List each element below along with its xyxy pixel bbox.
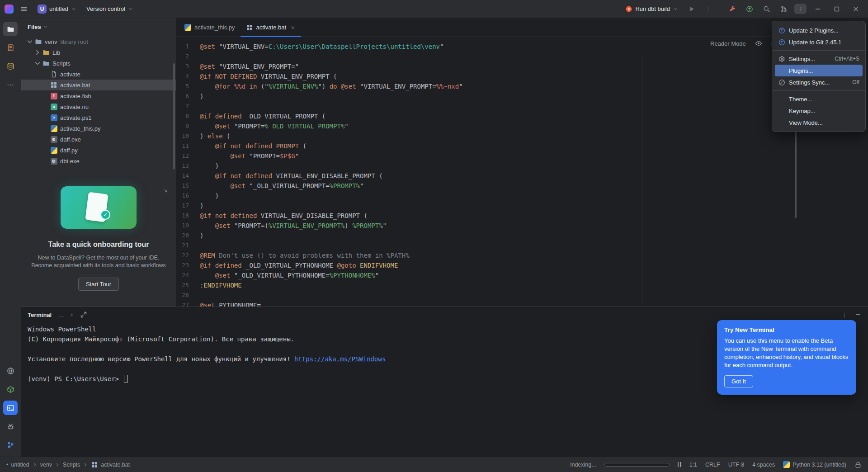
file-icon (50, 71, 57, 78)
tree-item-daff-py[interactable]: daff.py (21, 145, 176, 156)
menu-item-settings[interactable]: Settings...Ctrl+Alt+S (775, 53, 863, 65)
tab-activate-this-py[interactable]: activate_this.py (179, 18, 241, 37)
hide-terminal-icon[interactable] (854, 311, 862, 318)
pull-requests-icon[interactable] (777, 3, 791, 15)
terminal-tab[interactable]: Terminal (28, 312, 52, 318)
menu-item-theme[interactable]: Theme... (775, 93, 863, 105)
breadcrumb-venv[interactable]: venv (40, 462, 52, 468)
menu-item-label: Settings... (789, 56, 831, 62)
endpoints-icon[interactable] (3, 363, 18, 378)
new-terminal-icon[interactable]: + (70, 312, 74, 318)
run-configuration-selector[interactable]: Run dbt build (622, 3, 681, 15)
close-tab-icon[interactable] (290, 25, 296, 30)
kebab-menu-icon[interactable]: ⋮ (794, 4, 807, 14)
indent-style[interactable]: 4 spaces (752, 462, 775, 468)
lock-icon[interactable] (854, 461, 862, 468)
tree-item-label: activate_this.py (60, 125, 101, 132)
project-files-icon[interactable] (3, 22, 18, 36)
menu-item-update-to-git-2-45-1[interactable]: Update to Git 2.45.1 (775, 36, 863, 48)
python-packages-icon[interactable] (3, 382, 18, 396)
more-run-options-icon[interactable]: ⋮ (702, 4, 714, 14)
code-content: @set "PROMPT=%_OLD_VIRTUAL_PROMPT%" (200, 121, 349, 131)
menu-item-keymap[interactable]: Keymap... (775, 105, 863, 117)
terminal-icon[interactable] (3, 401, 18, 415)
code-line: 19 @set "PROMPT=(%VIRTUAL_ENV_PROMPT%) %… (176, 221, 868, 231)
version-control-icon[interactable] (3, 438, 18, 452)
status-bar: •untitledvenvScriptsactivate.bat Indexin… (0, 457, 868, 472)
tree-item-scripts[interactable]: Scripts (21, 58, 176, 69)
vcs-widget[interactable]: Version control (83, 3, 137, 14)
pause-icon[interactable] (678, 462, 681, 467)
tree-item-activate[interactable]: activate (21, 69, 176, 80)
code-content: @if not defined PROMPT ( (200, 141, 307, 151)
maximize-icon[interactable] (829, 3, 844, 15)
status-right: Indexing... 1:1 CRLF UTF-8 4 spaces Pyth… (570, 461, 862, 468)
file-encoding[interactable]: UTF-8 (728, 462, 744, 468)
wrench-icon[interactable] (726, 3, 739, 15)
tree-item-daff-exe[interactable]: ⚙daff.exe (21, 134, 176, 145)
tree-item-activate-this-py[interactable]: activate_this.py (21, 123, 176, 134)
tree-item-activate-fish[interactable]: factivate.fish (21, 90, 176, 101)
project-selector[interactable]: U untitled (34, 2, 80, 16)
bat-file-icon (246, 24, 253, 31)
chevron-down-icon[interactable] (33, 59, 42, 67)
breadcrumb-untitled[interactable]: •untitled (6, 462, 29, 468)
problems-icon[interactable] (3, 419, 18, 434)
caret-position[interactable]: 1:1 (689, 462, 697, 468)
code-content: ) (200, 231, 203, 241)
close-icon[interactable] (848, 3, 863, 15)
terminal-tabs-overflow-icon[interactable]: … (58, 312, 64, 318)
main-menu-icon[interactable] (17, 3, 31, 15)
tree-item-sublabel: library root (60, 38, 88, 45)
tree-item-activate-bat[interactable]: activate.bat (21, 80, 176, 90)
activity-bar: ⋯ (0, 18, 21, 457)
code-content: @if NOT DEFINED VIRTUAL_ENV_PROMPT ( (200, 71, 337, 81)
menu-item-plugins[interactable]: Plugins... (775, 65, 863, 76)
menu-item-settings-sync[interactable]: Settings Sync...Off (775, 76, 863, 88)
onboarding-illustration: ✓ (61, 186, 137, 229)
plugin-update-icon[interactable] (743, 3, 756, 15)
menu-item-view-mode[interactable]: View Mode... (775, 117, 863, 128)
python-interpreter[interactable]: Python 3.12 (untitled) (783, 461, 846, 468)
notebooks-icon[interactable] (3, 40, 18, 55)
chevron-right-icon[interactable] (33, 48, 42, 57)
tree-item-label: Scripts (52, 60, 71, 67)
more-tools-icon[interactable]: ⋯ (3, 77, 18, 92)
breadcrumb-activate-bat[interactable]: activate.bat (91, 461, 130, 468)
code-area[interactable]: 1@set "VIRTUAL_ENV=C:\Users\User\Dataspe… (176, 37, 868, 307)
breadcrumb-label: Scripts (63, 462, 80, 468)
code-line: 9 @set "PROMPT=%_OLD_VIRTUAL_PROMPT%" (176, 121, 868, 131)
got-it-button[interactable]: Got It (724, 375, 753, 387)
expand-terminal-icon[interactable] (80, 311, 87, 318)
menu-item-update-2-plugins[interactable]: Update 2 Plugins... (775, 24, 863, 36)
files-scrollbar[interactable] (173, 63, 175, 170)
files-panel-header[interactable]: Files (21, 18, 176, 35)
inspections-eye-icon[interactable] (755, 40, 762, 47)
tree-item-activate-ps1[interactable]: >activate.ps1 (21, 112, 176, 123)
reader-mode-button[interactable]: Reader Mode (710, 40, 746, 47)
database-icon[interactable] (3, 59, 18, 73)
close-icon[interactable] (163, 188, 169, 194)
tab-activate-bat[interactable]: activate.bat (241, 18, 302, 37)
tree-item-dbt-exe[interactable]: ⚙dbt.exe (21, 156, 176, 166)
terminal-link[interactable]: https://aka.ms/PSWindows (294, 355, 386, 363)
code-content: @if not defined VIRTUAL_ENV_DISABLE_PROM… (200, 171, 383, 181)
terminal-options-icon[interactable]: ⋮ (841, 312, 847, 318)
tree-item-lib[interactable]: Lib (21, 47, 176, 58)
run-button[interactable] (685, 3, 698, 15)
breadcrumb-scripts[interactable]: Scripts (63, 462, 80, 468)
code-line: 5 @for %%d in ("%VIRTUAL_ENV%") do @set … (176, 81, 868, 91)
update-icon (778, 27, 785, 34)
tree-item-activate-nu[interactable]: nactivate.nu (21, 101, 176, 112)
nu-file-icon: n (51, 104, 57, 110)
line-number: 3 (176, 61, 200, 71)
chevron-down-icon[interactable] (26, 38, 34, 46)
tooltip-body: You can use this menu to enable the Beta… (724, 337, 849, 369)
line-separator[interactable]: CRLF (705, 462, 720, 468)
editor: activate_this.pyactivate.bat Reader Mode… (176, 18, 868, 307)
minimize-icon[interactable] (810, 3, 826, 15)
start-tour-button[interactable]: Start Tour (78, 278, 119, 291)
project-dot-icon: • (6, 462, 8, 468)
search-everywhere-icon[interactable] (760, 3, 774, 15)
tree-item-venv[interactable]: venvlibrary root (21, 36, 176, 47)
